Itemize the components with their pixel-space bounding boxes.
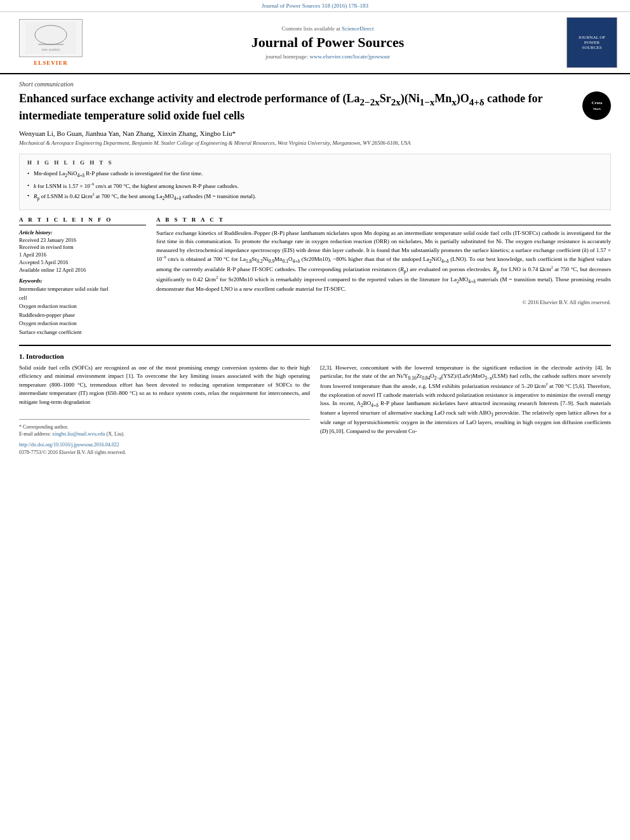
svg-text:Mark: Mark: [593, 107, 600, 110]
homepage-line: journal homepage: www.elsevier.com/locat…: [89, 53, 566, 60]
page-header: tree symbol ELSEVIER Contents lists avai…: [0, 12, 630, 74]
journal-name: Journal of Power Sources: [89, 34, 566, 51]
doi-link[interactable]: http://dx.doi.org/10.1016/j.jpowsour.201…: [19, 442, 119, 448]
highlights-section: H I G H L I G H T S Mn-doped La2NiO4+δ R…: [19, 154, 611, 210]
footnote-corresponding: * Corresponding author.: [19, 423, 310, 430]
keywords-list: Intermediate temperature solid oxide fue…: [19, 285, 146, 337]
article-info-abstract: A R T I C L E I N F O Article history: R…: [19, 217, 611, 337]
sciencedirect-link[interactable]: ScienceDirect: [342, 25, 373, 32]
homepage-link[interactable]: www.elsevier.com/locate/jpowsour: [310, 53, 390, 60]
intro-title: 1. Introduction: [19, 352, 611, 360]
section-divider: [19, 345, 611, 346]
journal-header-center: Contents lists available at ScienceDirec…: [89, 25, 566, 60]
intro-right-col: [2,3]. However, concomitant with the low…: [320, 364, 611, 456]
elsevier-emblem: tree symbol: [19, 19, 83, 57]
revised-date: Received in revised form1 April 2016: [19, 244, 146, 259]
footnote-issn: 0378-7753/© 2016 Elsevier B.V. All right…: [19, 449, 310, 456]
elsevier-text: ELSEVIER: [34, 60, 68, 66]
author-affiliation: Mechanical & Aerospace Engineering Depar…: [19, 140, 611, 147]
received-date: Received 23 January 2016: [19, 237, 146, 244]
svg-text:Cross: Cross: [591, 100, 602, 105]
highlight-1: Mn-doped La2NiO4+δ R-P phase cathode is …: [27, 170, 603, 179]
highlights-label: H I G H L I G H T S: [27, 159, 603, 166]
main-content: Short communication Enhanced surface exc…: [0, 74, 630, 469]
article-info-column: A R T I C L E I N F O Article history: R…: [19, 217, 146, 337]
author-list: Wenyuan Li, Bo Guan, Jianhua Yan, Nan Zh…: [19, 130, 611, 137]
top-bar: Journal of Power Sources 318 (2016) 178–…: [0, 0, 630, 12]
article-info-header: A R T I C L E I N F O: [19, 217, 146, 225]
footnote-doi: http://dx.doi.org/10.1016/j.jpowsour.201…: [19, 441, 310, 448]
svg-text:tree symbol: tree symbol: [42, 48, 60, 51]
article-title: Enhanced surface exchange activity and e…: [19, 91, 611, 123]
highlight-3: Rp of LSNM is 0.42 Ωcm2 at 700 °C, the b…: [27, 192, 603, 202]
history-label: Article history:: [19, 229, 146, 236]
intro-left-col: Solid oxide fuel cells (SOFCs) are recog…: [19, 364, 310, 456]
footnote-email: E-mail address: xingbo.liu@mail.wvu.edu …: [19, 430, 310, 437]
abstract-body: Surface exchange kinetics of Ruddlesden–…: [156, 229, 611, 294]
abstract-header: A B S T R A C T: [156, 217, 611, 225]
highlight-2: k for LSNM is 1.57 × 10−6 cm/s at 700 °C…: [27, 182, 603, 190]
journal-citation: Journal of Power Sources 318 (2016) 178–…: [262, 3, 368, 9]
crossmark-icon: Cross Mark: [582, 91, 611, 120]
footnote-area: * Corresponding author. E-mail address: …: [19, 419, 310, 456]
copyright-notice: © 2016 Elsevier B.V. All rights reserved…: [156, 299, 611, 305]
intro-left-text: Solid oxide fuel cells (SOFCs) are recog…: [19, 364, 310, 407]
journal-logo-right: JOURNAL OFPOWERSOURCES: [566, 17, 617, 68]
elsevier-logo-area: tree symbol ELSEVIER: [13, 19, 89, 66]
intro-right-text: [2,3]. However, concomitant with the low…: [320, 364, 611, 436]
available-date: Available online 12 April 2016: [19, 267, 146, 274]
keywords-label: Keywords:: [19, 277, 146, 284]
svg-point-4: [586, 95, 608, 117]
accepted-date: Accepted 5 April 2016: [19, 259, 146, 267]
abstract-column: A B S T R A C T Surface exchange kinetic…: [156, 217, 611, 337]
email-link[interactable]: xingbo.liu@mail.wvu.edu: [52, 431, 105, 437]
article-type: Short communication: [19, 81, 611, 88]
contents-available-line: Contents lists available at ScienceDirec…: [89, 25, 566, 32]
intro-body-cols: Solid oxide fuel cells (SOFCs) are recog…: [19, 364, 611, 456]
introduction-section: 1. Introduction Solid oxide fuel cells (…: [19, 352, 611, 456]
